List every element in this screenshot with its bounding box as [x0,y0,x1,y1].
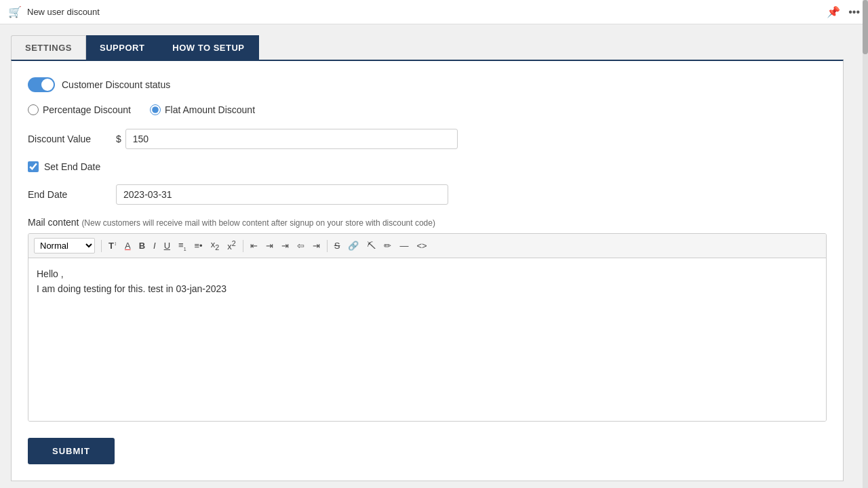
customer-discount-status-row: Customer Discount status [28,77,827,92]
set-end-date-row: Set End Date [28,161,827,172]
editor-toolbar: Normal Heading 1 Heading 2 Heading 3 T↕ … [28,234,826,258]
end-date-row: End Date [28,184,827,205]
superscript-button[interactable]: x2 [224,238,239,253]
unlink-button[interactable]: ⛏ [363,239,379,252]
mail-editor: Normal Heading 1 Heading 2 Heading 3 T↕ … [28,233,827,422]
tab-support[interactable]: SUPPORT [86,35,159,60]
align-center-button[interactable]: ⇥ [262,239,277,252]
paragraph-style-select[interactable]: Normal Heading 1 Heading 2 Heading 3 [34,238,95,253]
set-end-date-checkbox[interactable] [28,161,39,172]
radio-flat-label: Flat Amount Discount [165,104,255,115]
font-color-button[interactable]: A [121,239,134,252]
currency-prefix: $ [116,134,121,144]
discount-status-toggle[interactable] [28,77,55,92]
editor-line-1: Hello , [37,266,818,281]
scrollbar-thumb[interactable] [863,0,868,54]
radio-percentage[interactable]: Percentage Discount [28,104,131,115]
tab-how-to-setup[interactable]: HOW TO SETUP [159,35,258,60]
discount-value-input[interactable] [125,129,458,149]
ordered-list-button[interactable]: ≡1 [175,239,190,253]
discount-value-row: Discount Value $ [28,129,827,149]
mail-content-label: Mail content [28,217,79,228]
align-left-button[interactable]: ⇤ [247,239,261,252]
tab-bar: SETTINGS SUPPORT HOW TO SETUP [11,35,844,60]
settings-card: Customer Discount status Percentage Disc… [11,60,844,481]
more-options-icon[interactable]: ••• [848,6,860,18]
discount-status-label: Customer Discount status [62,79,170,90]
top-bar-left: 🛒 New user discount [8,5,100,18]
discount-type-group: Percentage Discount Flat Amount Discount [28,104,827,115]
bold-button[interactable]: B [136,239,149,252]
tab-settings[interactable]: SETTINGS [11,35,86,60]
discount-value-label: Discount Value [28,134,116,144]
underline-button[interactable]: U [161,239,174,252]
hr-button[interactable]: — [396,239,412,252]
subscript-button[interactable]: x2 [208,238,223,253]
strikethrough-button[interactable]: S [331,239,344,252]
editor-content-area[interactable]: Hello , I am doing testing for this. tes… [28,258,826,421]
toolbar-divider-2 [243,240,243,252]
editor-line-2: I am doing testing for this. test in 03-… [37,281,818,296]
eraser-button[interactable]: ✏ [380,239,395,252]
app-title: New user discount [27,7,100,17]
main-content: SETTINGS SUPPORT HOW TO SETUP Customer D… [0,24,854,488]
radio-flat[interactable]: Flat Amount Discount [150,104,255,115]
top-bar-right: 📌 ••• [827,5,860,18]
app-icon: 🛒 [8,5,22,18]
align-right-button[interactable]: ⇥ [278,239,292,252]
unordered-list-button[interactable]: ≡• [191,239,206,252]
font-size-button[interactable]: T↕ [105,239,120,252]
toolbar-divider-3 [327,240,328,252]
radio-percentage-label: Percentage Discount [43,104,131,115]
link-button[interactable]: 🔗 [344,239,362,252]
indent-button[interactable]: ⇥ [309,239,323,252]
end-date-label: End Date [28,189,116,200]
end-date-input[interactable] [116,184,448,205]
toolbar-divider-1 [101,240,102,252]
source-button[interactable]: <> [413,239,430,252]
set-end-date-label: Set End Date [44,161,100,172]
mail-content-header: Mail content (New customers will receive… [28,217,827,228]
submit-button[interactable]: SUBMIT [28,438,115,464]
scrollbar[interactable] [863,0,868,488]
italic-button[interactable]: I [150,239,159,252]
top-bar: 🛒 New user discount 📌 ••• [0,0,868,24]
justify-button[interactable]: ⇦ [294,239,308,252]
mail-content-note: (New customers will receive mail with be… [81,218,435,228]
pin-icon[interactable]: 📌 [827,5,840,18]
